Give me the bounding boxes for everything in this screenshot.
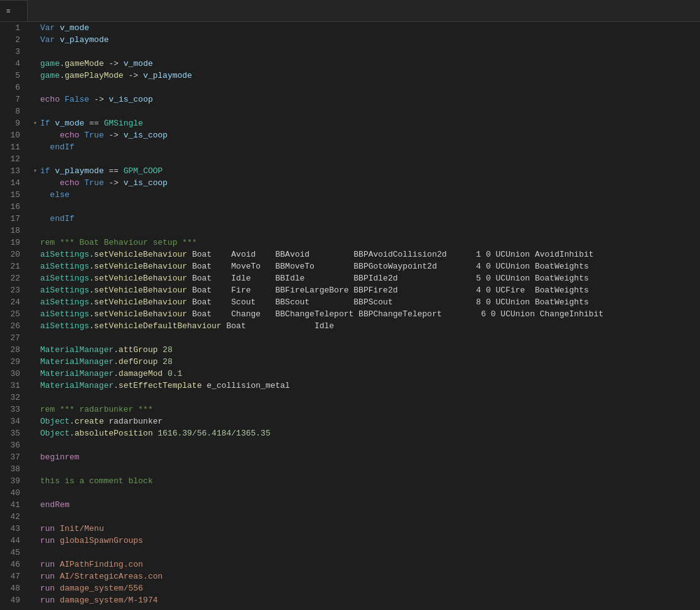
fold-marker (30, 260, 40, 272)
line-number: 48 (6, 582, 20, 594)
line-number: 16 (6, 201, 20, 213)
code-container: 1234567891011121314151617181920212223242… (0, 22, 700, 606)
code-line: endIf (40, 213, 687, 225)
code-line: game.gamePlayMode -> v_playmode (40, 70, 687, 82)
code-line: endRem (40, 499, 687, 511)
line-number: 18 (6, 225, 20, 237)
code-line (40, 46, 687, 58)
code-line: endIf (40, 141, 687, 153)
line-number: 6 (6, 82, 20, 94)
code-line: rem *** Boat Behaviour setup *** (40, 237, 687, 249)
code-line: run Init/Menu (40, 523, 687, 535)
fold-marker (30, 284, 40, 296)
line-number: 44 (6, 535, 20, 547)
line-number: 17 (6, 213, 20, 225)
code-line (40, 511, 687, 523)
fold-marker (30, 213, 40, 225)
code-line: run damage_system/556 (40, 582, 687, 594)
file-tab[interactable]: ≡ (0, 0, 28, 21)
tab-close-button[interactable] (18, 10, 21, 13)
code-line: aiSettings.setVehicleBehaviour Boat Idle… (40, 272, 687, 284)
code-line: aiSettings.setVehicleBehaviour Boat Move… (40, 260, 687, 272)
line-number: 34 (6, 415, 20, 427)
fold-marker (30, 105, 40, 117)
line-number: 19 (6, 237, 20, 249)
fold-marker (30, 141, 40, 153)
fold-marker (30, 296, 40, 308)
fold-marker (30, 189, 40, 201)
code-line (40, 487, 687, 499)
code-line: aiSettings.setVehicleBehaviour Boat Avoi… (40, 249, 687, 260)
line-number: 28 (6, 344, 20, 356)
fold-marker (30, 427, 40, 439)
fold-marker (30, 272, 40, 284)
code-line: MaterialManager.setEffectTemplate e_coll… (40, 380, 687, 392)
fold-marker (30, 70, 40, 82)
line-number: 40 (6, 487, 20, 499)
code-line: Object.absolutePosition 1616.39/56.4184/… (40, 427, 687, 439)
fold-marker-active[interactable]: ▾ (30, 165, 40, 177)
line-number: 46 (6, 559, 20, 570)
line-number: 45 (6, 547, 20, 559)
line-number: 39 (6, 475, 20, 487)
code-line (40, 153, 687, 165)
fold-marker (30, 582, 40, 594)
line-number: 37 (6, 451, 20, 463)
fold-marker (30, 94, 40, 105)
code-line: Var v_mode (40, 22, 687, 34)
fold-marker (30, 249, 40, 260)
line-number: 11 (6, 141, 20, 153)
line-number: 15 (6, 189, 20, 201)
code-line: else (40, 189, 687, 201)
line-number: 49 (6, 594, 20, 606)
fold-marker (30, 487, 40, 499)
code-line: If v_mode == GMSingle (40, 117, 687, 129)
code-line: echo True -> v_is_coop (40, 129, 687, 141)
code-line: run AIPathFinding.con (40, 559, 687, 570)
fold-marker (30, 344, 40, 356)
line-number: 27 (6, 332, 20, 344)
code-line: Var v_playmode (40, 34, 687, 46)
fold-marker (30, 356, 40, 368)
line-number: 30 (6, 368, 20, 380)
fold-marker (30, 22, 40, 34)
fold-marker (30, 499, 40, 511)
code-line: beginrem (40, 451, 687, 463)
code-line: MaterialManager.damageMod 0.1 (40, 368, 687, 380)
code-line: aiSettings.setVehicleBehaviour Boat Fire… (40, 284, 687, 296)
fold-marker-active[interactable]: ▾ (30, 117, 40, 129)
line-number: 47 (6, 570, 20, 582)
fold-marker (30, 594, 40, 606)
line-number: 42 (6, 511, 20, 523)
code-line: if v_playmode == GPM_COOP (40, 165, 687, 177)
code-line: aiSettings.setVehicleBehaviour Boat Scou… (40, 296, 687, 308)
fold-marker (30, 82, 40, 94)
line-number: 13 (6, 165, 20, 177)
line-numbers: 1234567891011121314151617181920212223242… (0, 22, 30, 606)
line-number: 33 (6, 404, 20, 415)
code-line: echo False -> v_is_coop (40, 94, 687, 105)
code-lines: Var v_modeVar v_playmode game.gameMode -… (40, 22, 700, 606)
code-line: run globalSpawnGroups (40, 535, 687, 547)
fold-marker (30, 46, 40, 58)
line-number: 12 (6, 153, 20, 165)
line-number: 32 (6, 392, 20, 404)
line-number: 43 (6, 523, 20, 535)
code-line: echo True -> v_is_coop (40, 177, 687, 189)
fold-marker (30, 237, 40, 249)
fold-marker (30, 34, 40, 46)
line-number: 5 (6, 70, 20, 82)
code-line (40, 392, 687, 404)
fold-marker (30, 415, 40, 427)
line-number: 10 (6, 129, 20, 141)
tab-file-icon: ≡ (6, 8, 11, 15)
line-number: 3 (6, 46, 20, 58)
fold-marker (30, 368, 40, 380)
code-line (40, 201, 687, 213)
fold-marker (30, 58, 40, 70)
line-number: 41 (6, 499, 20, 511)
tab-bar: ≡ (0, 0, 700, 22)
fold-marker (30, 523, 40, 535)
line-number: 14 (6, 177, 20, 189)
code-line: aiSettings.setVehicleBehaviour Boat Chan… (40, 308, 687, 320)
